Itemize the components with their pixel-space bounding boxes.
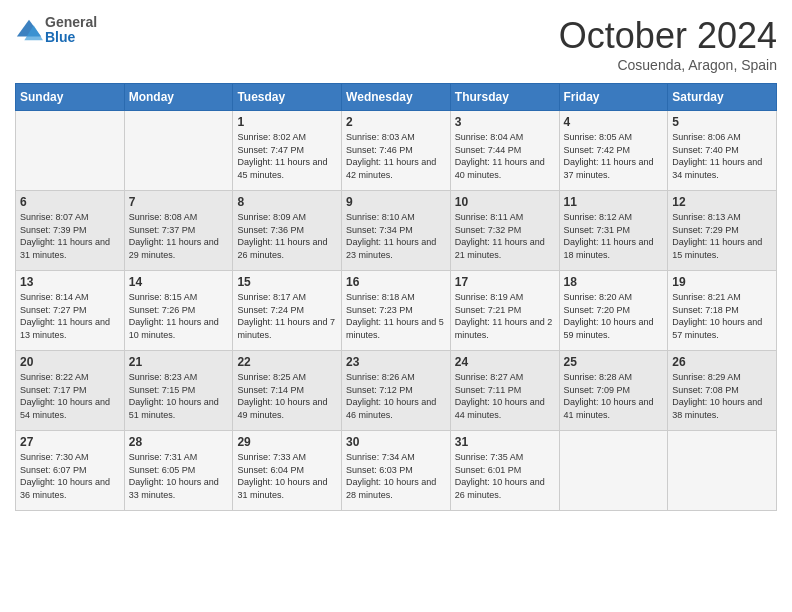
day-info: Sunrise: 8:25 AM Sunset: 7:14 PM Dayligh… [237,371,337,421]
day-header-friday: Friday [559,84,668,111]
day-number: 5 [672,115,772,129]
day-cell: 25Sunrise: 8:28 AM Sunset: 7:09 PM Dayli… [559,351,668,431]
day-number: 30 [346,435,446,449]
day-cell: 16Sunrise: 8:18 AM Sunset: 7:23 PM Dayli… [342,271,451,351]
header-row: SundayMondayTuesdayWednesdayThursdayFrid… [16,84,777,111]
day-info: Sunrise: 8:12 AM Sunset: 7:31 PM Dayligh… [564,211,664,261]
day-info: Sunrise: 8:26 AM Sunset: 7:12 PM Dayligh… [346,371,446,421]
week-row-4: 20Sunrise: 8:22 AM Sunset: 7:17 PM Dayli… [16,351,777,431]
day-number: 11 [564,195,664,209]
day-cell: 12Sunrise: 8:13 AM Sunset: 7:29 PM Dayli… [668,191,777,271]
day-info: Sunrise: 7:30 AM Sunset: 6:07 PM Dayligh… [20,451,120,501]
day-cell: 5Sunrise: 8:06 AM Sunset: 7:40 PM Daylig… [668,111,777,191]
day-cell: 20Sunrise: 8:22 AM Sunset: 7:17 PM Dayli… [16,351,125,431]
day-number: 9 [346,195,446,209]
day-cell: 3Sunrise: 8:04 AM Sunset: 7:44 PM Daylig… [450,111,559,191]
day-cell: 28Sunrise: 7:31 AM Sunset: 6:05 PM Dayli… [124,431,233,511]
day-number: 21 [129,355,229,369]
day-number: 4 [564,115,664,129]
day-number: 25 [564,355,664,369]
title-block: October 2024 Cosuenda, Aragon, Spain [559,15,777,73]
day-number: 14 [129,275,229,289]
location-subtitle: Cosuenda, Aragon, Spain [559,57,777,73]
day-info: Sunrise: 8:08 AM Sunset: 7:37 PM Dayligh… [129,211,229,261]
day-cell: 17Sunrise: 8:19 AM Sunset: 7:21 PM Dayli… [450,271,559,351]
day-number: 26 [672,355,772,369]
day-number: 13 [20,275,120,289]
day-number: 18 [564,275,664,289]
day-header-saturday: Saturday [668,84,777,111]
logo-icon [15,16,43,44]
day-info: Sunrise: 8:03 AM Sunset: 7:46 PM Dayligh… [346,131,446,181]
day-cell: 30Sunrise: 7:34 AM Sunset: 6:03 PM Dayli… [342,431,451,511]
day-info: Sunrise: 8:07 AM Sunset: 7:39 PM Dayligh… [20,211,120,261]
day-info: Sunrise: 8:15 AM Sunset: 7:26 PM Dayligh… [129,291,229,341]
day-info: Sunrise: 8:20 AM Sunset: 7:20 PM Dayligh… [564,291,664,341]
day-cell [668,431,777,511]
day-number: 6 [20,195,120,209]
day-cell [16,111,125,191]
day-cell: 22Sunrise: 8:25 AM Sunset: 7:14 PM Dayli… [233,351,342,431]
day-info: Sunrise: 8:04 AM Sunset: 7:44 PM Dayligh… [455,131,555,181]
day-cell: 6Sunrise: 8:07 AM Sunset: 7:39 PM Daylig… [16,191,125,271]
day-cell: 1Sunrise: 8:02 AM Sunset: 7:47 PM Daylig… [233,111,342,191]
day-cell: 21Sunrise: 8:23 AM Sunset: 7:15 PM Dayli… [124,351,233,431]
day-info: Sunrise: 8:19 AM Sunset: 7:21 PM Dayligh… [455,291,555,341]
day-header-monday: Monday [124,84,233,111]
day-number: 19 [672,275,772,289]
day-info: Sunrise: 8:17 AM Sunset: 7:24 PM Dayligh… [237,291,337,341]
page-header: General Blue October 2024 Cosuenda, Arag… [15,15,777,73]
day-cell: 11Sunrise: 8:12 AM Sunset: 7:31 PM Dayli… [559,191,668,271]
day-number: 28 [129,435,229,449]
day-number: 20 [20,355,120,369]
day-cell: 26Sunrise: 8:29 AM Sunset: 7:08 PM Dayli… [668,351,777,431]
day-info: Sunrise: 8:11 AM Sunset: 7:32 PM Dayligh… [455,211,555,261]
logo-text: General Blue [45,15,97,46]
day-cell [124,111,233,191]
day-info: Sunrise: 8:13 AM Sunset: 7:29 PM Dayligh… [672,211,772,261]
day-number: 2 [346,115,446,129]
day-number: 23 [346,355,446,369]
day-info: Sunrise: 8:18 AM Sunset: 7:23 PM Dayligh… [346,291,446,341]
day-number: 1 [237,115,337,129]
logo-general: General [45,15,97,30]
day-info: Sunrise: 8:09 AM Sunset: 7:36 PM Dayligh… [237,211,337,261]
day-cell: 4Sunrise: 8:05 AM Sunset: 7:42 PM Daylig… [559,111,668,191]
month-title: October 2024 [559,15,777,57]
day-header-tuesday: Tuesday [233,84,342,111]
day-cell: 13Sunrise: 8:14 AM Sunset: 7:27 PM Dayli… [16,271,125,351]
day-cell: 27Sunrise: 7:30 AM Sunset: 6:07 PM Dayli… [16,431,125,511]
day-number: 31 [455,435,555,449]
day-number: 29 [237,435,337,449]
day-number: 15 [237,275,337,289]
day-info: Sunrise: 8:23 AM Sunset: 7:15 PM Dayligh… [129,371,229,421]
day-info: Sunrise: 8:05 AM Sunset: 7:42 PM Dayligh… [564,131,664,181]
day-number: 24 [455,355,555,369]
day-cell: 19Sunrise: 8:21 AM Sunset: 7:18 PM Dayli… [668,271,777,351]
day-info: Sunrise: 7:33 AM Sunset: 6:04 PM Dayligh… [237,451,337,501]
day-info: Sunrise: 7:34 AM Sunset: 6:03 PM Dayligh… [346,451,446,501]
day-header-sunday: Sunday [16,84,125,111]
day-cell: 15Sunrise: 8:17 AM Sunset: 7:24 PM Dayli… [233,271,342,351]
week-row-1: 1Sunrise: 8:02 AM Sunset: 7:47 PM Daylig… [16,111,777,191]
day-cell: 9Sunrise: 8:10 AM Sunset: 7:34 PM Daylig… [342,191,451,271]
week-row-5: 27Sunrise: 7:30 AM Sunset: 6:07 PM Dayli… [16,431,777,511]
day-cell: 14Sunrise: 8:15 AM Sunset: 7:26 PM Dayli… [124,271,233,351]
calendar-table: SundayMondayTuesdayWednesdayThursdayFrid… [15,83,777,511]
day-info: Sunrise: 8:22 AM Sunset: 7:17 PM Dayligh… [20,371,120,421]
day-cell: 24Sunrise: 8:27 AM Sunset: 7:11 PM Dayli… [450,351,559,431]
day-number: 8 [237,195,337,209]
day-cell: 23Sunrise: 8:26 AM Sunset: 7:12 PM Dayli… [342,351,451,431]
logo-blue: Blue [45,30,97,45]
week-row-3: 13Sunrise: 8:14 AM Sunset: 7:27 PM Dayli… [16,271,777,351]
day-info: Sunrise: 8:29 AM Sunset: 7:08 PM Dayligh… [672,371,772,421]
day-number: 22 [237,355,337,369]
day-number: 12 [672,195,772,209]
logo: General Blue [15,15,97,46]
day-info: Sunrise: 7:31 AM Sunset: 6:05 PM Dayligh… [129,451,229,501]
day-header-wednesday: Wednesday [342,84,451,111]
day-info: Sunrise: 8:28 AM Sunset: 7:09 PM Dayligh… [564,371,664,421]
week-row-2: 6Sunrise: 8:07 AM Sunset: 7:39 PM Daylig… [16,191,777,271]
day-info: Sunrise: 7:35 AM Sunset: 6:01 PM Dayligh… [455,451,555,501]
day-info: Sunrise: 8:06 AM Sunset: 7:40 PM Dayligh… [672,131,772,181]
